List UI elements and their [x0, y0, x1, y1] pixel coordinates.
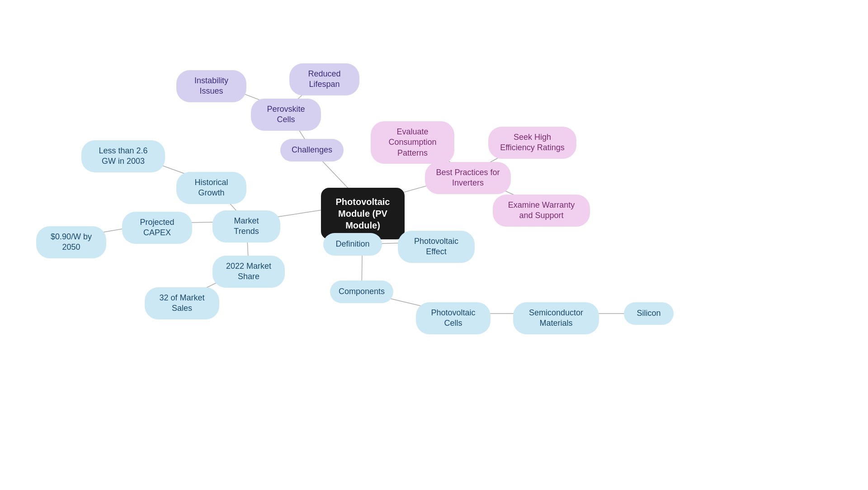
node-definition[interactable]: Definition: [323, 233, 382, 256]
node-components[interactable]: Components: [330, 281, 393, 303]
node-challenges[interactable]: Challenges: [280, 139, 344, 162]
node-warranty[interactable]: Examine Warranty and Support: [493, 195, 590, 227]
node-historical_growth[interactable]: Historical Growth: [176, 172, 246, 204]
node-semiconductor[interactable]: Semiconductor Materials: [513, 302, 599, 334]
node-pv_cells[interactable]: Photovoltaic Cells: [416, 302, 491, 334]
mindmap-container: Photovoltaic Module (PV Module)Challenge…: [0, 0, 868, 490]
node-projected_capex[interactable]: Projected CAPEX: [122, 212, 192, 244]
node-best_practices[interactable]: Best Practices for Inverters: [425, 162, 511, 194]
node-evaluate_consumption[interactable]: Evaluate Consumption Patterns: [371, 121, 454, 164]
node-pv_effect[interactable]: Photovoltaic Effect: [398, 231, 475, 263]
node-perovskite[interactable]: Perovskite Cells: [251, 99, 321, 131]
node-high_efficiency[interactable]: Seek High Efficiency Ratings: [488, 127, 576, 159]
node-market_trends[interactable]: Market Trends: [212, 210, 280, 243]
node-less_than[interactable]: Less than 2.6 GW in 2003: [81, 140, 165, 172]
node-reduced_lifespan[interactable]: Reduced Lifespan: [289, 63, 359, 95]
node-center[interactable]: Photovoltaic Module (PV Module): [321, 188, 405, 239]
node-market_sales[interactable]: 32 of Market Sales: [145, 287, 219, 319]
node-cost_2050[interactable]: $0.90/W by 2050: [36, 226, 106, 258]
node-silicon[interactable]: Silicon: [624, 302, 674, 325]
node-market_share_2022[interactable]: 2022 Market Share: [212, 256, 285, 288]
node-instability[interactable]: Instability Issues: [176, 70, 246, 102]
